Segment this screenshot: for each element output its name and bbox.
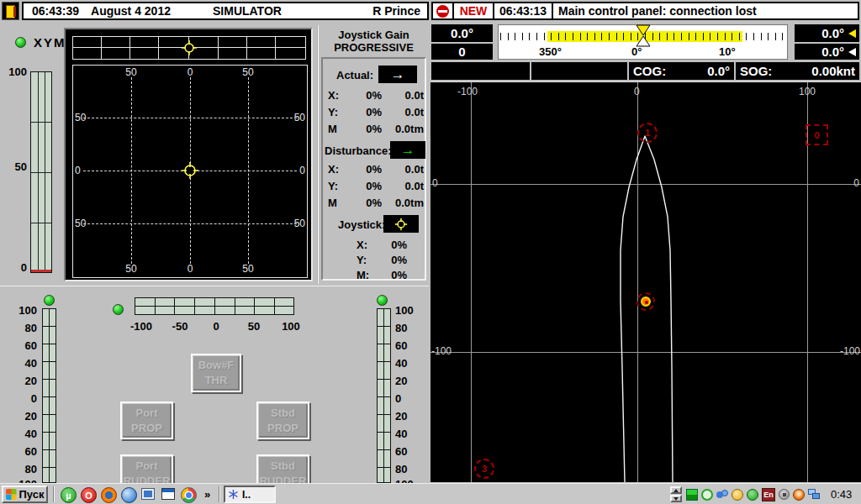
tray-volume-icon[interactable]	[779, 489, 790, 500]
alarm-stop-button[interactable]	[431, 2, 454, 20]
lgauge-80b: 80	[12, 463, 37, 475]
tray-spinner-up[interactable]	[670, 486, 682, 494]
marker-1-label: 1	[645, 128, 650, 138]
tray-utorrent-icon[interactable]	[747, 489, 758, 501]
hgauge-m100: -100	[124, 320, 158, 333]
nav-blank-box-1	[431, 62, 530, 80]
quicklaunch-overflow-chevron[interactable]: »	[204, 488, 210, 501]
stbd-thruster-gauge	[377, 308, 391, 483]
lgauge-20b: 20	[12, 410, 37, 423]
actual-m-pct: 0%	[355, 123, 382, 135]
tray-users-icon[interactable]	[716, 489, 728, 501]
messenger-icon[interactable]	[121, 487, 137, 503]
disturbance-arrow-box: →	[390, 141, 425, 159]
lgauge-60b: 60	[12, 445, 37, 458]
taskbar: Пуск µ O » I..	[0, 483, 861, 504]
actual-arrow-box: →	[378, 66, 417, 83]
disturbance-arrow-icon: →	[401, 144, 415, 156]
xym-gauge-indicator	[31, 270, 51, 272]
bow-thruster-button[interactable]: Bow#F THR	[191, 354, 241, 392]
position-map: -100 0 100 0 0 -100 -100 1 0 3	[430, 81, 861, 482]
plot-top-50r: 50	[234, 66, 262, 78]
firefox-icon[interactable]	[101, 487, 117, 503]
rot-readout: 0	[431, 44, 493, 60]
bow-button-line1: Bow#F	[198, 358, 235, 373]
port-rudder-button[interactable]: Port RUDDER	[120, 454, 173, 483]
joy-y-pct: 0%	[380, 254, 407, 266]
port-prop-button[interactable]: Port PROP	[120, 402, 173, 439]
cog-readout: COG: 0.0°	[629, 62, 734, 80]
map-marker-1: 1	[637, 123, 658, 143]
start-button[interactable]: Пуск	[2, 486, 48, 503]
joy-x-pct: 0%	[380, 239, 407, 251]
plot-bottom-50r: 50	[234, 263, 262, 275]
stbd-rudder-button[interactable]: Stbd RUDDER	[256, 454, 309, 483]
hgauge-0: 0	[199, 320, 233, 333]
gain-groupbox: Actual: → X: 0% 0.0t Y: 0% 0.0t M 0% 0.0…	[321, 57, 426, 281]
moment-crosshair-icon	[181, 39, 198, 56]
tray-updates-icon[interactable]	[793, 489, 805, 501]
lgauge-60t: 60	[12, 339, 37, 352]
plot-top-50l: 50	[117, 66, 145, 78]
system-tray: En	[686, 485, 821, 504]
rgauge-40t: 40	[395, 357, 420, 370]
actual-m-key: M	[328, 123, 337, 135]
utorrent-icon[interactable]: µ	[61, 487, 77, 503]
taskbar-separator-1	[53, 486, 55, 502]
actual-x-val: 0.0t	[387, 89, 424, 102]
set-heading-readout: 0.0°	[795, 24, 859, 42]
taskbar-clock[interactable]: 0:43	[831, 488, 852, 501]
tray-spinner-down[interactable]	[670, 495, 682, 502]
dist-y-pct: 0%	[355, 180, 382, 192]
start-label: Пуск	[19, 488, 45, 501]
exit-door-icon[interactable]	[2, 2, 19, 20]
plot-bottom-50l: 50	[117, 263, 145, 275]
xym-gauge-label-100: 100	[0, 66, 27, 78]
actual-x-key: X:	[328, 89, 339, 102]
plot-bottom-0: 0	[176, 263, 204, 275]
set-heading-value: 0.0°	[821, 26, 844, 40]
marker-0-label: 0	[814, 130, 819, 140]
chrome-icon[interactable]	[181, 487, 197, 503]
tray-spinner[interactable]	[670, 486, 682, 502]
stop-icon	[436, 5, 449, 18]
actual-y-pct: 0%	[355, 106, 382, 118]
white-pointer-icon	[848, 48, 856, 56]
show-desktop-icon[interactable]	[161, 488, 175, 500]
compass-scale-10: 10°	[719, 45, 736, 58]
stbd-rudder-line2: RUDDER	[260, 474, 307, 484]
cog-label: COG:	[633, 64, 666, 78]
actual-y-val: 0.0t	[387, 106, 424, 118]
joy-m-pct: 0%	[380, 269, 407, 281]
joy-y-key: Y:	[357, 254, 367, 266]
task-label: I..	[242, 489, 251, 501]
plot-top-0: 0	[176, 66, 204, 78]
lgauge-20t: 20	[12, 375, 37, 387]
tray-language-indicator[interactable]: En	[762, 488, 775, 501]
dist-y-val: 0.0t	[387, 180, 424, 192]
compass-scale-350: 350°	[539, 45, 562, 58]
media-player-icon[interactable]	[141, 488, 155, 500]
xy-plot: 50 0 50 50 0 50 50 0 50 50 0 50	[72, 65, 308, 278]
xym-vertical-gauge	[30, 71, 52, 273]
lgauge-40t: 40	[12, 357, 37, 370]
joystick-display-panel: 50 0 50 50 0 50 50 0 50 50 0 50	[64, 28, 313, 281]
alarm-message: Main control panel: connection lost	[552, 2, 859, 20]
opera-icon[interactable]: O	[81, 487, 97, 503]
stbd-prop-button[interactable]: Stbd PROP	[256, 402, 309, 439]
port-rudder-line2: RUDDER	[124, 474, 171, 484]
disturbance-label: Disturbance:	[325, 144, 391, 157]
taskbar-separator-2	[219, 486, 220, 502]
tray-network-connections-icon[interactable]	[808, 489, 821, 501]
alarm-new-badge[interactable]: NEW	[452, 2, 494, 20]
tray-agent-icon[interactable]	[732, 489, 743, 501]
tray-recycle-icon[interactable]	[701, 489, 713, 501]
rgauge-20b: 20	[395, 410, 420, 423]
active-task-button[interactable]: I..	[224, 486, 276, 503]
rot-value: 0	[458, 45, 465, 59]
joystick-position-crosshair-icon	[181, 161, 199, 180]
port-rudder-line1: Port	[136, 459, 158, 474]
tray-network-monitor-icon[interactable]	[686, 489, 698, 501]
stbd-prop-line1: Stbd	[271, 406, 295, 421]
dist-x-val: 0.0t	[387, 163, 424, 176]
